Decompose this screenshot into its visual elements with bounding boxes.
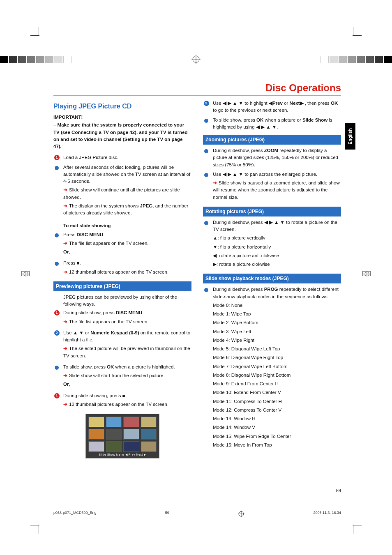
exit-heading: To exit slide showing <box>63 222 191 229</box>
registration-mark-left <box>21 271 30 276</box>
modes-intro: During slideshow, press PROG repeatedly … <box>213 286 341 300</box>
mode-item: Mode 4: Wipe Right <box>213 337 341 344</box>
bullet-icon <box>55 233 59 237</box>
thumbnail <box>88 429 104 440</box>
bullet-text: To slide show, press OK when a picture i… <box>63 364 175 371</box>
crop-mark <box>33 520 44 531</box>
mode-item: Mode 12: Compress To Center V <box>213 407 341 414</box>
mode-item: Mode 11: Compress To Center H <box>213 398 341 405</box>
press-stop: Press ■. <box>63 260 168 267</box>
thumbnail <box>123 429 139 440</box>
mode-item: Mode 13: Window H <box>213 415 341 422</box>
mode-item: Mode 10: Extend From Center V <box>213 389 341 396</box>
footer-center-reg <box>238 511 244 518</box>
step-number-icon: 2 <box>204 101 209 106</box>
step-number-icon: 1 <box>54 393 60 398</box>
step-number-icon: 1 <box>54 155 60 160</box>
bullet-icon <box>204 149 208 153</box>
mode-item: Mode 8: Diagonal Wipe Right Bottom <box>213 372 341 379</box>
crop-mark <box>348 520 359 531</box>
bullet-icon <box>204 221 208 225</box>
mode-item: Mode 2: Wipe Bottom <box>213 319 341 326</box>
important-text: – Make sure that the system is properly … <box>53 122 191 150</box>
thumbnail <box>88 417 104 427</box>
thumbnail-figure: Slide Show Menu ◀ Prev Next ▶ <box>85 414 159 458</box>
rotate-intro: During slideshow, press ◀ ▶ ▲ ▼ to rotat… <box>213 219 341 233</box>
arrow-icon: ➜ <box>63 269 69 276</box>
arrow-icon: ➜ <box>63 345 69 352</box>
right-column: 2 Use ◀ ▶ ▲ ▼ to highlight ◀Prev or Next… <box>203 100 341 458</box>
footer: p038-p071_MCD300_Eng 59 2005.11.3, 16:34 <box>53 511 341 518</box>
press-disc-menu: Press DISC MENU. <box>63 231 148 238</box>
crop-mark <box>33 30 44 41</box>
thumbnail <box>106 429 122 440</box>
arrow-icon: ➜ <box>63 187 69 193</box>
arrow-icon: ➜ <box>213 180 219 187</box>
arrow-text: Slide show will start from the selected … <box>69 373 165 378</box>
step-text: During slide showing, press ■. <box>63 392 168 399</box>
footer-page: 59 <box>165 511 169 518</box>
section-bar-modes: Slide show playback modes (JPEG) <box>203 274 341 283</box>
bullet-icon <box>204 173 208 177</box>
mode-item: Mode 15: Wipe From Edge To Center <box>213 433 341 440</box>
thumbnail <box>141 441 157 452</box>
mode-item: Mode 6: Diagonal Wipe Right Top <box>213 354 341 361</box>
step-text: Use ◀ ▶ ▲ ▼ to highlight ◀Prev or Next▶ … <box>213 100 341 114</box>
thumbnail-caption: Slide Show Menu ◀ Prev Next ▶ <box>88 452 157 457</box>
arrow-icon: ➜ <box>63 240 69 247</box>
thumbnail <box>88 441 104 452</box>
arrow-text: 12 thumbnail pictures appear on the TV s… <box>69 269 168 274</box>
footer-filename: p038-p071_MCD300_Eng <box>53 511 97 518</box>
mode-item: Mode 14: Window V <box>213 424 341 431</box>
color-bar-right <box>321 56 392 63</box>
language-tab: English <box>345 123 355 150</box>
mode-item: Mode 16: Move In From Top <box>213 442 341 449</box>
registration-mark-top <box>191 55 201 65</box>
arrow-text: The selected picture will be previewed i… <box>63 346 190 358</box>
page-number: 59 <box>336 488 341 493</box>
mode-item: Mode 7: Diagonal Wipe Left Bottom <box>213 363 341 370</box>
left-column: Playing JPEG Picture CD IMPORTANT! – Mak… <box>53 100 191 458</box>
or-label: Or <box>63 382 69 387</box>
registration-mark-right <box>362 271 371 276</box>
step-text: Load a JPEG Picture disc. <box>63 154 118 161</box>
arrow-icon: ➜ <box>63 401 69 408</box>
step-number-icon: 2 <box>54 330 60 336</box>
bullet-text: During slideshow, press ZOOM repeatedly … <box>213 147 341 168</box>
rotate-right: ▶: rotate a picture clokwise <box>213 261 341 268</box>
bullet-icon <box>55 366 59 370</box>
arrow-icon: ➜ <box>63 372 69 379</box>
mode-item: Mode 9: Extend From Center H <box>213 380 341 387</box>
language-label: English <box>348 128 353 145</box>
arrow-text: The file list appears on the TV screen. <box>69 241 148 246</box>
thumbnail <box>123 441 139 452</box>
thumbnail <box>106 441 122 452</box>
color-bar-left <box>0 56 71 63</box>
arrow-text: 12 thumbnail pictures appear on the TV s… <box>69 402 168 407</box>
rotate-down: ▼: flip a picture horizontally <box>213 244 341 251</box>
subsection-heading: Playing JPEG Picture CD <box>53 101 191 111</box>
thumbnail <box>123 417 139 427</box>
thumbnail <box>106 417 122 427</box>
thumbnail <box>141 417 157 427</box>
mode-item: Mode 0: None <box>213 302 341 309</box>
bullet-text: Use ◀ ▶ ▲ ▼ to pan across the enlarged p… <box>213 171 341 178</box>
step-number-icon: 1 <box>54 310 60 315</box>
bullet-text: To slide show, press OK when a picture o… <box>213 117 341 131</box>
footer-timestamp: 2005.11.3, 16:34 <box>313 511 341 518</box>
arrow-text: The display on the system shows JPEG, an… <box>63 203 188 215</box>
section-bar-rotate: Rotating pictures (JPEG) <box>203 207 341 216</box>
bullet-icon <box>55 166 59 170</box>
important-label: IMPORTANT! <box>53 114 191 121</box>
mode-item: Mode 3: Wipe Left <box>213 328 341 335</box>
arrow-text: The file list appears on the TV screen. <box>69 319 148 324</box>
print-color-bars <box>0 53 392 66</box>
thumbnail <box>141 429 157 440</box>
arrow-icon: ➜ <box>63 203 69 210</box>
step-text: During slide show, press DISC MENU. <box>63 309 148 316</box>
crop-mark <box>348 30 359 41</box>
mode-item: Mode 1: Wipe Top <box>213 311 341 318</box>
rotate-up: ▲: flip a picture vertically <box>213 235 341 242</box>
page-content: English Disc Operations Playing JPEG Pic… <box>53 82 341 493</box>
mode-item: Mode 5: Diagonal Wipe Left Top <box>213 345 341 352</box>
